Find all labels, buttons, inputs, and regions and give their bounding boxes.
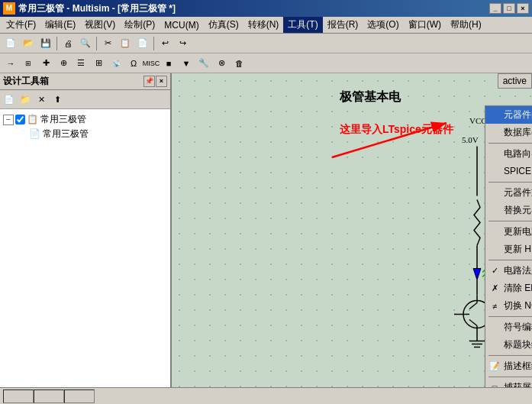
- menu-tools[interactable]: 工具(T): [283, 17, 322, 33]
- tree-area: − 📋 常用三极管 📄 常用三极管: [0, 109, 170, 387]
- tb-save[interactable]: 💾: [37, 35, 54, 52]
- toolbar-2: → ⊞ ✚ ⊕ ☰ ⊞ 📡 Ω MISC ■ ▼ 🔧 ⊗ 🗑: [0, 53, 532, 73]
- tb2-x[interactable]: ⊗: [213, 55, 230, 72]
- close-button[interactable]: ×: [517, 3, 529, 14]
- minimize-button[interactable]: _: [489, 3, 501, 14]
- database-label: 数据库(D): [504, 126, 532, 139]
- tb2-misc[interactable]: MISC: [143, 55, 160, 72]
- sidebar-close[interactable]: ×: [156, 76, 167, 87]
- tree-folder-icon: 📋: [27, 114, 39, 126]
- tb2-ohm[interactable]: Ω: [125, 55, 142, 72]
- sidebar-tb-open[interactable]: 📁: [18, 92, 33, 107]
- update-from-db-label: 更新电路图上的元器件(U)...: [504, 225, 532, 238]
- tb2-tool[interactable]: 🔧: [195, 55, 212, 72]
- tb-undo[interactable]: ↩: [156, 35, 173, 52]
- tb-print[interactable]: 🖨: [60, 35, 76, 52]
- svg-text:5.0V: 5.0V: [462, 135, 479, 144]
- tree-child-label: 常用三极管: [43, 128, 89, 141]
- dropdown-menu: 元器件向导(W)... 数据库(D) 电路向导(C) SPICE 网表查看器(I…: [485, 105, 532, 387]
- menu-bar: 文件(F) 编辑(E) 视图(V) 绘制(P) MCU(M) 仿真(S) 转移(…: [0, 17, 532, 34]
- menu-spice-viewer[interactable]: SPICE 网表查看器(I)...: [485, 163, 532, 180]
- sidebar-tb-delete[interactable]: ✕: [34, 92, 49, 107]
- tb2-plus[interactable]: ⊕: [55, 55, 72, 72]
- menu-file[interactable]: 文件(F): [2, 17, 40, 33]
- tb-copy[interactable]: 📋: [117, 35, 134, 52]
- tree-child[interactable]: 📄 常用三极管: [3, 127, 167, 141]
- component-wizard-label: 元器件向导(W)...: [504, 108, 532, 121]
- menu-symbol-editor[interactable]: 符号编辑器(S): [485, 318, 532, 336]
- menu-desc-editor[interactable]: 📝 描述框编辑器(E): [485, 357, 532, 375]
- sep2: [488, 182, 532, 183]
- tree-checkbox-root[interactable]: [15, 115, 25, 124]
- tb2-add[interactable]: ✚: [37, 55, 54, 72]
- update-hb-label: 更新 HB/SC 符号(H): [504, 243, 532, 256]
- tb2-list[interactable]: ☰: [73, 55, 89, 72]
- menu-options[interactable]: 选项(O): [363, 17, 403, 33]
- tb-open[interactable]: 📂: [20, 35, 37, 52]
- sidebar-tb-new[interactable]: 📄: [2, 92, 17, 107]
- menu-title-editor[interactable]: 标题块编辑器(I): [485, 336, 532, 354]
- menu-rename-renumber[interactable]: 元器件重命名/重新编号(R)...: [485, 184, 532, 202]
- main-area: 设计工具箱 📌 × 📄 📁 ✕ ⬆ − 📋 常用三极管 📄: [0, 73, 532, 387]
- menu-capture-screen[interactable]: □ 捕获屏幕区(a): [485, 379, 532, 387]
- erc-icon: ✓: [488, 266, 501, 276]
- tb2-signal[interactable]: 📡: [108, 55, 124, 72]
- menu-toggle-nc[interactable]: ≠ 切换 NC 标记(g): [485, 297, 532, 315]
- menu-sim[interactable]: 仿真(S): [204, 17, 243, 33]
- tb2-up[interactable]: ⊞: [20, 55, 37, 72]
- tb-new[interactable]: 📄: [2, 35, 19, 52]
- sidebar-pin[interactable]: 📌: [143, 76, 155, 87]
- tb-sep1: [56, 37, 57, 50]
- sep6: [488, 355, 532, 356]
- menu-component-wizard[interactable]: 元器件向导(W)...: [485, 106, 532, 124]
- menu-draw[interactable]: 绘制(P): [120, 17, 160, 33]
- circuit-svg: 极管基本电 VCC 5.0V R1 100Ω LED1 U1 S8050: [172, 73, 532, 387]
- clear-erc-icon: ✗: [488, 283, 501, 293]
- tb2-delete[interactable]: 🗑: [231, 55, 247, 72]
- sidebar-tb-up[interactable]: ⬆: [50, 92, 65, 107]
- menu-mcu[interactable]: MCU(M): [160, 18, 203, 32]
- menu-help[interactable]: 帮助(H): [446, 17, 486, 33]
- status-bar: [0, 387, 532, 404]
- desc-editor-icon: 📝: [488, 361, 501, 371]
- tb-cut[interactable]: ✂: [99, 35, 116, 52]
- title-editor-label: 标题块编辑器(I): [504, 338, 532, 351]
- capture-screen-label: 捕获屏幕区(a): [504, 381, 532, 387]
- status-seg3: [64, 389, 95, 403]
- tb-preview[interactable]: 🔍: [77, 35, 94, 52]
- tb-paste[interactable]: 📄: [134, 35, 151, 52]
- tb2-arrow[interactable]: →: [2, 55, 19, 72]
- menu-edit[interactable]: 编辑(E): [40, 17, 80, 33]
- circuit-wizard-label: 电路向导(C): [504, 147, 532, 160]
- canvas-area[interactable]: active 极管基本电 VCC 5.0V R1 100Ω LED1: [172, 73, 532, 387]
- status-seg1: [3, 389, 34, 403]
- sidebar: 设计工具箱 📌 × 📄 📁 ✕ ⬆ − 📋 常用三极管 📄: [0, 73, 172, 387]
- menu-update-hb[interactable]: 更新 HB/SC 符号(H): [485, 241, 532, 258]
- maximize-button[interactable]: □: [503, 3, 515, 14]
- tree-expand-icon[interactable]: −: [3, 115, 14, 125]
- window-controls: _ □ ×: [489, 3, 529, 14]
- menu-circuit-wizard[interactable]: 电路向导(C): [485, 145, 532, 163]
- menu-window[interactable]: 窗口(W): [404, 17, 446, 33]
- svg-text:极管基本电: 极管基本电: [339, 90, 401, 103]
- menu-update-from-db[interactable]: 更新电路图上的元器件(U)...: [485, 223, 532, 241]
- menu-view[interactable]: 视图(V): [80, 17, 120, 33]
- tb2-down[interactable]: ▼: [178, 55, 195, 72]
- active-badge: active: [498, 73, 532, 89]
- menu-database[interactable]: 数据库(D): [485, 124, 532, 141]
- menu-transfer[interactable]: 转移(N): [243, 17, 284, 33]
- menu-clear-erc[interactable]: ✗ 清除 ERC 标记(k)...: [485, 280, 532, 297]
- tb-redo[interactable]: ↪: [174, 35, 191, 52]
- tb2-block[interactable]: ■: [160, 55, 177, 72]
- menu-replace[interactable]: 替换元器件(m)...: [485, 202, 532, 219]
- tree-child-expand: [17, 129, 27, 140]
- tb2-grid[interactable]: ⊞: [90, 55, 107, 72]
- sidebar-header: 设计工具箱 📌 ×: [0, 73, 170, 90]
- erc-label: 电路法则查验(I)...: [504, 264, 532, 277]
- menu-erc[interactable]: ✓ 电路法则查验(I)...: [485, 262, 532, 280]
- sep5: [488, 316, 532, 317]
- menu-reports[interactable]: 报告(R): [323, 17, 363, 33]
- tb-sep3: [153, 37, 154, 50]
- svg-line-16: [469, 303, 477, 309]
- tree-root[interactable]: − 📋 常用三极管: [3, 112, 167, 127]
